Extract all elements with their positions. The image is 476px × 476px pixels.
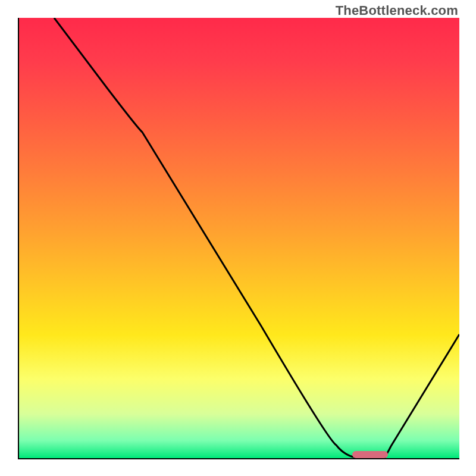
chart-plot-area: [18, 18, 459, 459]
watermark-text: TheBottleneck.com: [336, 3, 458, 18]
optimal-marker: [352, 451, 388, 458]
gradient-background: [19, 18, 459, 458]
